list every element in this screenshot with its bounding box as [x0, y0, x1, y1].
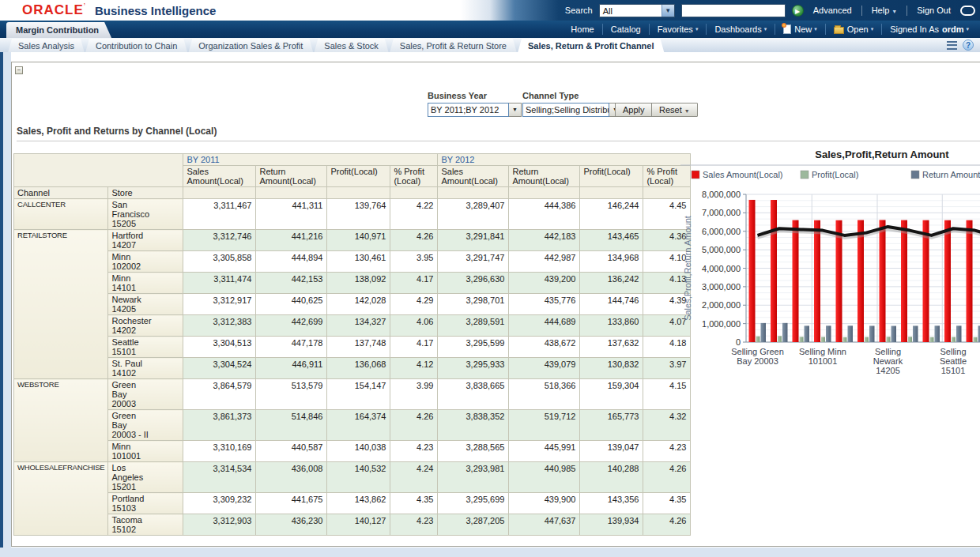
sales-bar[interactable]: [967, 220, 973, 342]
profit-bar[interactable]: [887, 337, 891, 342]
value-cell: 447,637: [509, 514, 580, 536]
value-cell: 4.29: [390, 294, 438, 315]
profit-bar[interactable]: [800, 337, 804, 342]
sales-bar[interactable]: [814, 220, 820, 342]
help-icon[interactable]: ?: [963, 40, 974, 51]
value-cell: 137,748: [327, 337, 390, 358]
x-axis-label: Selling: [875, 347, 901, 356]
return-bar[interactable]: [913, 326, 918, 342]
value-cell: 4.17: [390, 273, 438, 294]
value-cell: 137,632: [580, 337, 643, 358]
nav-item-catalog[interactable]: Catalog: [602, 24, 649, 35]
profit-bar[interactable]: [952, 337, 956, 342]
chevron-down-icon[interactable]: ▼: [509, 103, 522, 117]
profit-bar[interactable]: [821, 337, 825, 342]
profit-bar[interactable]: [908, 337, 912, 342]
return-bar[interactable]: [782, 323, 788, 342]
profit-bar[interactable]: [974, 337, 978, 342]
nav-item-dashboards[interactable]: Dashboards▾: [706, 24, 775, 35]
legend-swatch: [692, 171, 699, 179]
profit-bar[interactable]: [930, 337, 934, 342]
nav-item-home[interactable]: Home: [563, 24, 601, 35]
business-year-label: Business Year: [428, 91, 487, 100]
value-cell: 140,971: [327, 230, 390, 251]
dashboard-panel: − Business Year BY 2011;BY 2012 ▼ Channe…: [11, 62, 980, 547]
help-menu[interactable]: Help▼: [869, 6, 901, 15]
value-cell: 3,311,474: [183, 273, 256, 294]
value-cell: 439,079: [509, 358, 580, 379]
sign-out-link[interactable]: Sign Out: [914, 6, 954, 15]
reset-button[interactable]: Reset▼: [651, 103, 698, 117]
return-bar[interactable]: [935, 326, 940, 342]
profit-bar[interactable]: [756, 337, 760, 342]
search-scope-select[interactable]: All ▼: [599, 4, 675, 17]
nav-item-signed-in-as[interactable]: Signed In Asordm▾: [881, 24, 977, 35]
store-cell: Minn 102002: [108, 251, 183, 273]
profit-bar[interactable]: [865, 337, 869, 342]
store-cell: Green Bay 20003 - II: [108, 410, 183, 441]
advanced-link[interactable]: Advanced: [810, 6, 855, 15]
value-cell: 439,900: [509, 493, 580, 514]
sales-bar[interactable]: [858, 220, 864, 342]
y-axis-tick: 7,000,000: [702, 208, 741, 217]
value-cell: 140,038: [327, 441, 390, 462]
nav-item-open[interactable]: Open▾: [825, 24, 881, 35]
value-cell: 4.26: [390, 230, 438, 251]
value-cell: 159,304: [580, 379, 643, 410]
column-header: Sales Amount(Local): [438, 166, 509, 187]
value-cell: 438,672: [509, 337, 580, 358]
search-go-icon[interactable]: ▶: [792, 5, 804, 17]
return-bar[interactable]: [826, 326, 831, 342]
return-bar[interactable]: [805, 326, 810, 342]
sales-bar[interactable]: [749, 200, 756, 342]
tab-sales-profit-return-store[interactable]: Sales, Profit & Return Store: [390, 39, 517, 53]
value-cell: 3.99: [390, 379, 438, 410]
channel-cell: RETAILSTORE: [14, 230, 108, 379]
value-cell: 3,289,407: [438, 199, 509, 230]
value-cell: 144,746: [580, 294, 643, 315]
sales-profit-return-chart[interactable]: Sales,Profit,Return AmountSales Amount(L…: [680, 147, 980, 408]
tab-sales-analysis[interactable]: Sales Analysis: [8, 39, 85, 53]
channel-type-select[interactable]: Selling;Selling Distribu ▼: [522, 103, 622, 117]
value-cell: 4.24: [390, 462, 438, 493]
return-bar[interactable]: [869, 326, 875, 342]
sales-bar[interactable]: [944, 220, 951, 342]
value-cell: 442,987: [509, 251, 580, 273]
collapse-section-button[interactable]: −: [15, 66, 23, 74]
apply-button[interactable]: Apply: [615, 103, 653, 117]
page-options-icon[interactable]: [947, 41, 957, 50]
value-cell: 4.23: [390, 514, 438, 536]
store-cell: Los Angeles 15201: [108, 462, 183, 493]
return-bar[interactable]: [956, 326, 962, 342]
dashboard-tab-margin-contribution[interactable]: Margin Contribution: [6, 22, 111, 38]
tab-sales-stock[interactable]: Sales & Stock: [314, 39, 388, 53]
profit-bar[interactable]: [843, 337, 847, 342]
legend-swatch: [801, 171, 808, 179]
sales-bar[interactable]: [901, 220, 907, 342]
tab-sales-return-profit-channel[interactable]: Sales, Return & Profit Channel: [518, 39, 665, 53]
y-axis-tick: 5,000,000: [702, 245, 741, 254]
table-row: RETAILSTOREHartford 142073,312,746441,21…: [14, 230, 691, 251]
sales-bar[interactable]: [793, 220, 799, 342]
y-axis-tick: 3,000,000: [702, 282, 741, 292]
chevron-down-icon[interactable]: ▼: [662, 5, 674, 17]
nav-item-favorites[interactable]: Favorites▾: [649, 24, 707, 35]
year-group-header: BY 2011: [183, 154, 438, 166]
sales-bar[interactable]: [771, 200, 777, 342]
store-cell: Minn 101001: [108, 441, 183, 462]
search-input[interactable]: [681, 4, 786, 17]
legend-label: Return Amount: [922, 170, 980, 179]
profit-bar[interactable]: [778, 336, 782, 342]
value-cell: 3,305,858: [183, 251, 256, 273]
store-cell: Portland 15103: [108, 493, 183, 514]
tab-organization-sales-profit[interactable]: Organization Sales & Profit: [188, 39, 313, 53]
tab-contribution-to-chain[interactable]: Contribution to Chain: [85, 39, 187, 53]
business-year-select[interactable]: BY 2011;BY 2012 ▼: [428, 103, 522, 117]
nav-item-new[interactable]: New▾: [775, 24, 825, 35]
return-bar[interactable]: [891, 326, 897, 342]
return-bar[interactable]: [761, 323, 767, 342]
sales-bar[interactable]: [880, 220, 886, 342]
value-cell: 130,461: [327, 251, 390, 273]
return-bar[interactable]: [848, 326, 854, 342]
column-header: % Profit (Local): [390, 166, 438, 187]
